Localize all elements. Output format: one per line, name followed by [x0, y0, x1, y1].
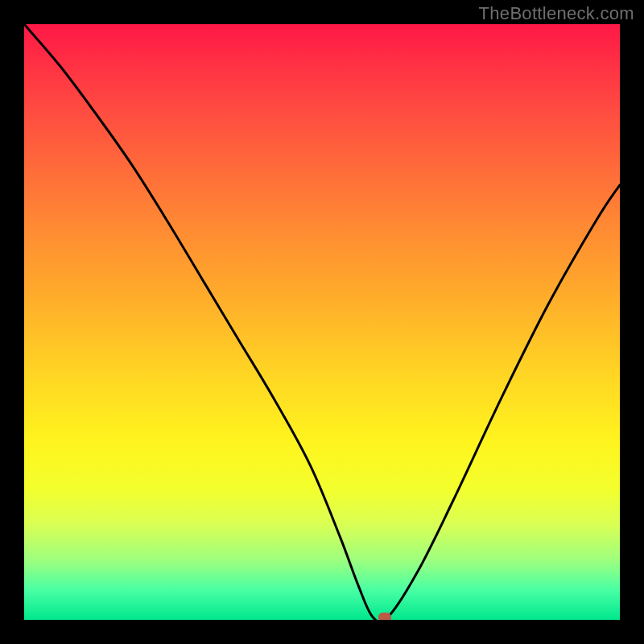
bottleneck-curve	[24, 24, 620, 620]
plot-area	[24, 24, 620, 620]
watermark-text: TheBottleneck.com	[479, 3, 634, 24]
chart-frame: TheBottleneck.com	[0, 0, 644, 644]
minimum-marker	[378, 613, 391, 620]
